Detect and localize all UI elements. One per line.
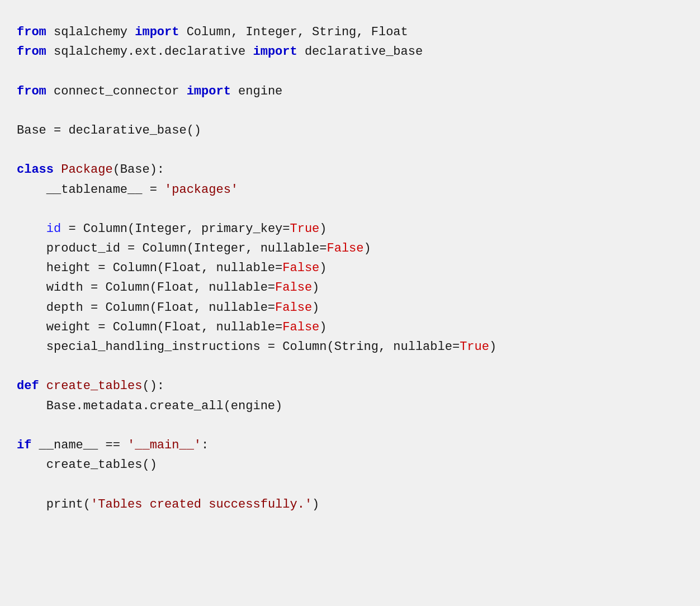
code-token: True [460, 340, 489, 354]
code-token: (): [142, 379, 164, 393]
code-token: class [17, 163, 54, 177]
code-line-line18: print('Tables created successfully.') [11, 495, 689, 514]
code-token: (Base): [113, 163, 164, 177]
code-token: depth = Column(Float, nullable= [17, 301, 275, 315]
code-token [39, 379, 46, 393]
code-token: ) [489, 340, 496, 354]
code-line-line12: weight = Column(Float, nullable=False) [11, 318, 689, 337]
code-token: from [17, 45, 46, 59]
code-token: __name__ == [31, 438, 127, 452]
code-token: width = Column(Float, nullable= [17, 281, 275, 295]
code-token [54, 163, 61, 177]
code-token: height = Column(Float, nullable= [17, 261, 282, 275]
code-line-line4: Base = declarative_base() [11, 121, 689, 140]
code-line-line3: from connect_connector import engine [11, 82, 689, 101]
code-line-line14: def create_tables(): [11, 376, 689, 396]
code-token: print( [17, 498, 91, 512]
code-token: ) [319, 261, 327, 275]
code-token: Column, Integer, String, Float [179, 25, 408, 39]
code-token: product_id = Column(Integer, nullable= [17, 242, 327, 255]
code-token: = Column(Integer, primary_key= [61, 222, 290, 236]
code-line-line17: create_tables() [11, 455, 689, 475]
code-token: sqlalchemy [46, 25, 135, 39]
code-token: ) [312, 498, 319, 512]
blank-line [11, 475, 689, 494]
code-token: ) [312, 281, 319, 295]
code-token: sqlalchemy.ext.declarative [46, 45, 253, 59]
code-token: True [290, 222, 320, 236]
code-line-line16: if __name__ == '__main__': [11, 435, 689, 455]
code-line-line2: from sqlalchemy.ext.declarative import d… [11, 42, 689, 61]
code-token: ) [319, 320, 327, 334]
code-token: False [275, 301, 312, 315]
code-token: ) [319, 222, 327, 236]
code-token: special_handling_instructions = Column(S… [17, 340, 460, 354]
code-token: connect_connector [46, 84, 187, 98]
blank-line [11, 357, 689, 376]
code-token: import [187, 84, 231, 98]
blank-line [11, 200, 689, 219]
code-token: Base.metadata.create_all(engine) [17, 399, 282, 413]
code-token: engine [231, 84, 282, 98]
code-token [17, 222, 46, 236]
blank-line [11, 416, 689, 435]
code-token: __tablename__ = [17, 183, 164, 197]
code-line-line1: from sqlalchemy import Column, Integer, … [11, 22, 689, 42]
code-token: from [17, 25, 46, 39]
code-token: : [201, 438, 209, 452]
code-token: False [275, 281, 312, 295]
code-token: create_tables() [17, 458, 157, 472]
code-line-line6: __tablename__ = 'packages' [11, 180, 689, 200]
code-token: 'packages' [164, 183, 238, 197]
code-token: weight = Column(Float, nullable= [17, 320, 282, 334]
code-line-line10: width = Column(Float, nullable=False) [11, 278, 689, 297]
code-token: from [17, 84, 46, 98]
code-token: declarative_base [297, 45, 423, 59]
code-line-line9: height = Column(Float, nullable=False) [11, 258, 689, 278]
blank-line [11, 101, 689, 121]
code-token: import [253, 45, 297, 59]
blank-line [11, 140, 689, 160]
code-token: create_tables [46, 379, 143, 393]
code-line-line13: special_handling_instructions = Column(S… [11, 337, 689, 357]
code-editor: from sqlalchemy import Column, Integer, … [11, 17, 689, 520]
code-token: if [17, 438, 31, 452]
blank-line [11, 61, 689, 81]
code-token: 'Tables created successfully.' [91, 498, 312, 512]
code-token: False [327, 242, 364, 255]
code-line-line5: class Package(Base): [11, 160, 689, 179]
code-token: import [135, 25, 179, 39]
code-token: False [282, 320, 319, 334]
code-token: '__main__' [127, 438, 201, 452]
code-line-line7: id = Column(Integer, primary_key=True) [11, 219, 689, 239]
code-token: False [282, 261, 319, 275]
code-line-line11: depth = Column(Float, nullable=False) [11, 298, 689, 318]
code-token: def [17, 379, 39, 393]
code-line-line15: Base.metadata.create_all(engine) [11, 396, 689, 416]
code-token: ) [364, 242, 371, 255]
code-line-line8: product_id = Column(Integer, nullable=Fa… [11, 239, 689, 258]
code-token: id [46, 222, 61, 236]
code-token: Base = declarative_base() [17, 124, 201, 138]
code-token: ) [312, 301, 319, 315]
code-token: Package [61, 163, 112, 177]
